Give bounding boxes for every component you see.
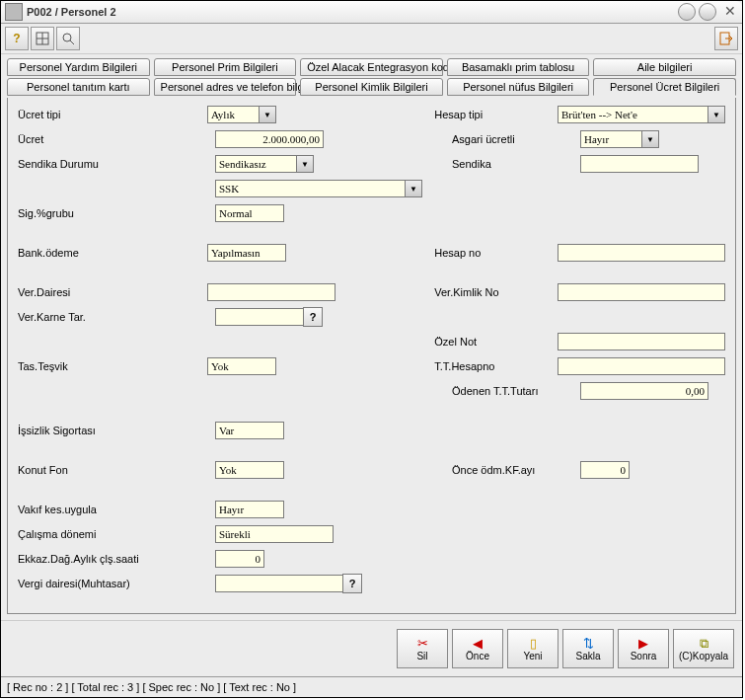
input-odenen-tt[interactable] xyxy=(580,382,708,400)
action-bar: ✂Sil ◀Önce ▯Yeni ⇅Sakla ▶Sonra ⧉(C)Kopya… xyxy=(1,620,742,676)
input-once-odm[interactable] xyxy=(580,461,630,479)
tool-button-right[interactable] xyxy=(714,27,738,50)
tab-prim[interactable]: Personel Prim Bilgileri xyxy=(154,58,297,76)
window-title: P002 / Personel 2 xyxy=(27,6,675,18)
value-bank-odeme[interactable]: Yapılmasın xyxy=(207,244,286,262)
tool-button-3[interactable] xyxy=(56,27,80,50)
label-tas-tesvik: Tas.Teşvik xyxy=(18,360,207,372)
tab-tanitim[interactable]: Personel tanıtım kartı xyxy=(7,78,150,96)
label-sendika-durumu: Sendika Durumu xyxy=(18,158,215,170)
value-issizlik[interactable]: Var xyxy=(215,422,284,439)
value-konut-fon[interactable]: Yok xyxy=(215,461,284,479)
value-calisma[interactable]: Sürekli xyxy=(215,525,334,543)
label-ucret-tipi: Ücret tipi xyxy=(18,109,207,120)
label-odenen-tt: Ödenen T.T.Tutarı xyxy=(452,385,580,397)
tab-nufus[interactable]: Personel nüfus Bilgileri xyxy=(447,78,590,96)
label-ekkaz: Ekkaz.Dağ.Aylık çlş.saati xyxy=(18,553,215,565)
form-panel: Ücret tipi Aylık▼ Hesap tipi Brüt'ten --… xyxy=(7,98,736,614)
value-sig-grubu[interactable]: Normal xyxy=(215,204,284,222)
combo-asgari-value: Hayır xyxy=(581,133,641,145)
prev-icon: ◀ xyxy=(473,637,483,650)
input-hesap-no[interactable] xyxy=(558,244,725,262)
new-label: Yeni xyxy=(523,651,542,661)
input-ver-dairesi[interactable] xyxy=(207,283,335,301)
lookup-ver-karne[interactable]: ? xyxy=(303,307,323,327)
toolbar: ? xyxy=(1,24,742,54)
status-rec: [ Rec no : 2 ] xyxy=(7,681,68,693)
titlebar: P002 / Personel 2 ✕ xyxy=(1,1,742,24)
maximize-button[interactable] xyxy=(699,3,716,21)
value-vakif[interactable]: Hayır xyxy=(215,501,284,518)
chevron-down-icon: ▼ xyxy=(296,156,313,172)
tool-button-2[interactable] xyxy=(31,27,54,50)
label-ver-kimlik: Ver.Kimlik No xyxy=(434,286,558,298)
chevron-down-icon: ▼ xyxy=(405,181,421,196)
tab-adres[interactable]: Personel adres ve telefon bilgileri xyxy=(154,78,297,96)
input-sendika[interactable] xyxy=(580,155,699,173)
chevron-down-icon: ▼ xyxy=(259,107,275,122)
combo-hesap-tipi-value: Brüt'ten --> Net'e xyxy=(559,109,708,120)
grid-icon xyxy=(36,32,49,45)
tab-ozel-alacak[interactable]: Özel Alacak Entegrasyon kodları xyxy=(300,58,443,76)
combo-ucret-tipi-value: Aylık xyxy=(208,109,259,120)
prev-button[interactable]: ◀Önce xyxy=(452,629,503,668)
combo-asgari[interactable]: Hayır▼ xyxy=(580,130,659,148)
close-button[interactable]: ✕ xyxy=(722,4,738,20)
label-asgari: Asgari ücretli xyxy=(452,133,580,145)
copy-label: (C)Kopyala xyxy=(679,651,728,661)
new-button[interactable]: ▯Yeni xyxy=(507,629,559,668)
label-tt-hesapno: T.T.Hesapno xyxy=(434,360,558,372)
label-ver-karne: Ver.Karne Tar. xyxy=(18,311,215,323)
tab-container: Personel Yardım Bilgileri Personel Prim … xyxy=(1,54,742,98)
chevron-down-icon: ▼ xyxy=(641,131,658,147)
exit-icon xyxy=(719,32,733,45)
value-tas-tesvik[interactable]: Yok xyxy=(207,357,276,375)
input-ver-kimlik[interactable] xyxy=(558,283,725,301)
input-vergi-muhtasar[interactable] xyxy=(215,575,343,592)
label-vergi-muhtasar: Vergi dairesi(Muhtasar) xyxy=(18,578,215,589)
tab-yardim[interactable]: Personel Yardım Bilgileri xyxy=(7,58,150,76)
label-hesap-no: Hesap no xyxy=(434,247,558,259)
tab-row-1: Personel Yardım Bilgileri Personel Prim … xyxy=(7,58,736,76)
copy-button[interactable]: ⧉(C)Kopyala xyxy=(673,629,734,668)
combo-ssk-value: SSK xyxy=(216,183,405,194)
tab-ucret[interactable]: Personel Ücret Bilgileri xyxy=(593,78,736,96)
combo-hesap-tipi[interactable]: Brüt'ten --> Net'e▼ xyxy=(558,106,725,123)
combo-ssk[interactable]: SSK▼ xyxy=(215,180,422,197)
new-icon: ▯ xyxy=(530,637,537,650)
svg-line-4 xyxy=(70,40,74,44)
combo-ucret-tipi[interactable]: Aylık▼ xyxy=(207,106,276,123)
svg-point-3 xyxy=(63,34,71,41)
status-text: [ Text rec : No ] xyxy=(223,681,296,693)
input-tt-hesapno[interactable] xyxy=(558,357,725,375)
delete-label: Sil xyxy=(416,651,427,661)
tab-aile[interactable]: Aile bilgileri xyxy=(593,58,736,76)
delete-button[interactable]: ✂Sil xyxy=(397,629,448,668)
tab-kimlik[interactable]: Personel Kimlik Bilgileri xyxy=(300,78,443,96)
minimize-button[interactable] xyxy=(678,3,696,21)
chevron-down-icon: ▼ xyxy=(708,107,724,122)
input-ozel-not[interactable] xyxy=(558,333,725,350)
label-sig-grubu: Sig.%grubu xyxy=(18,207,215,219)
copy-icon: ⧉ xyxy=(700,637,708,650)
prev-label: Önce xyxy=(466,651,489,661)
input-ver-karne[interactable] xyxy=(215,308,304,326)
label-bank-odeme: Bank.ödeme xyxy=(18,247,207,259)
save-button[interactable]: ⇅Sakla xyxy=(562,629,614,668)
search-icon xyxy=(61,32,75,45)
lookup-vergi-muhtasar[interactable]: ? xyxy=(342,574,362,593)
save-icon: ⇅ xyxy=(583,637,594,650)
next-button[interactable]: ▶Sonra xyxy=(618,629,669,668)
input-ekkaz[interactable] xyxy=(215,550,264,568)
input-ucret[interactable] xyxy=(215,130,324,148)
label-calisma: Çalışma dönemi xyxy=(18,528,215,540)
status-spec: [ Spec rec : No ] xyxy=(142,681,220,693)
combo-sendika-durumu[interactable]: Sendikasız▼ xyxy=(215,155,314,173)
label-once-odm: Önce ödm.KF.ayı xyxy=(452,464,580,476)
combo-sendika-durumu-value: Sendikasız xyxy=(216,158,296,170)
help-button[interactable]: ? xyxy=(5,27,29,50)
tab-row-2: Personel tanıtım kartı Personel adres ve… xyxy=(7,78,736,96)
app-icon xyxy=(5,3,23,21)
label-issizlik: İşsizlik Sigortası xyxy=(18,425,215,436)
tab-basamakli[interactable]: Basamaklı prim tablosu xyxy=(447,58,590,76)
